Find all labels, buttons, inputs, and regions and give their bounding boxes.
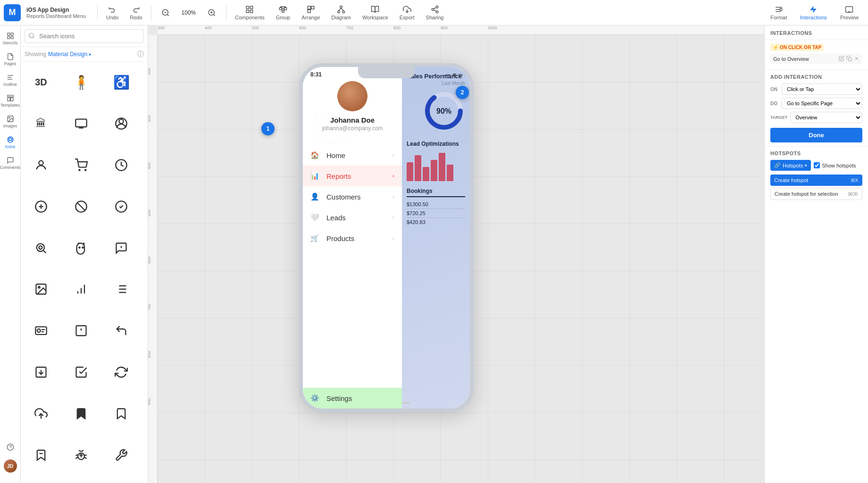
sidebar-item-comments[interactable]: Comments xyxy=(1,154,20,173)
icon-clock[interactable] xyxy=(105,149,138,182)
duplicate-action-icon[interactable] xyxy=(846,56,852,62)
svg-point-80 xyxy=(82,247,83,248)
canvas-content[interactable]: 1 8:31 ▪▪▪ ≋ ▭ xyxy=(158,35,764,483)
icon-alert[interactable] xyxy=(105,232,138,265)
create-hotspot-label: Create hotspot xyxy=(774,177,808,183)
trigger-select[interactable]: Click or Tap xyxy=(782,83,862,95)
battery-icon: ▭ xyxy=(458,72,462,77)
menu-item-home[interactable]: 🏠 Home › xyxy=(303,145,402,166)
action-row: Go to Overview xyxy=(770,54,862,64)
svg-point-75 xyxy=(39,246,42,249)
app-subtitle: Reports Dashboard Menu xyxy=(26,13,86,19)
icon-bookmark-empty[interactable] xyxy=(25,439,58,472)
arrange-button[interactable]: Arrange xyxy=(297,3,325,22)
format-tab[interactable]: Format xyxy=(765,3,793,22)
sidebar-item-icons[interactable]: Icons xyxy=(1,133,20,152)
material-design-filter[interactable]: Material Design xyxy=(48,51,91,58)
svg-rect-112 xyxy=(849,58,852,61)
create-hotspot-selection-btn[interactable]: Create hotspot for selection ⌘0K xyxy=(770,188,862,200)
avatar-button[interactable]: JD xyxy=(1,457,20,475)
svg-rect-11 xyxy=(279,8,282,10)
icon-wrench[interactable] xyxy=(105,439,138,472)
hotspot-2[interactable]: 2 xyxy=(456,86,469,99)
icon-screen[interactable] xyxy=(65,107,98,140)
zoom-plus-button[interactable] xyxy=(201,7,222,19)
action-select[interactable]: Go to Specific Page xyxy=(782,98,862,109)
create-hotspot-selection-shortcut: ⌘0K xyxy=(848,192,858,197)
delete-action-icon[interactable] xyxy=(854,56,860,62)
icon-android[interactable] xyxy=(65,232,98,265)
diagram-button[interactable]: Diagram xyxy=(326,3,356,22)
icon-upload-cloud[interactable] xyxy=(25,397,58,430)
target-select[interactable]: Overview xyxy=(790,112,862,123)
icon-check-box[interactable] xyxy=(65,356,98,389)
icon-search-circle[interactable] xyxy=(25,232,58,265)
icon-person-stand[interactable]: 🧍 xyxy=(65,66,98,99)
icon-download-box[interactable] xyxy=(25,356,58,389)
workspace-button[interactable]: Workspace xyxy=(358,3,393,22)
icon-bookmark-filled[interactable] xyxy=(65,397,98,430)
sidebar-item-stencils[interactable]: Stencils xyxy=(1,29,20,48)
menu-item-products[interactable]: 🛒 Products › xyxy=(303,228,402,249)
icon-list[interactable] xyxy=(105,273,138,306)
icon-bar-chart[interactable] xyxy=(65,273,98,306)
info-icon[interactable]: ⓘ xyxy=(137,50,144,58)
create-hotspot-btn[interactable]: Create hotspot ⌘K xyxy=(770,175,862,186)
icon-person-circle[interactable] xyxy=(105,107,138,140)
icon-no-circle[interactable] xyxy=(65,190,98,223)
hotspots-dropdown-btn[interactable]: 🔗 Hotspots ▾ xyxy=(770,160,811,171)
phone-notch xyxy=(358,67,415,78)
zoom-level[interactable]: 100% xyxy=(178,8,200,18)
app-logo[interactable]: M xyxy=(4,4,21,21)
group-button[interactable]: Group xyxy=(271,3,295,22)
svg-point-95 xyxy=(37,329,41,333)
preview-tab[interactable]: Preview xyxy=(835,3,864,22)
hotspot-1[interactable]: 1 xyxy=(261,122,275,135)
icon-exclamation-card[interactable] xyxy=(65,314,98,347)
menu-item-leads[interactable]: 🤍 Leads › xyxy=(303,207,402,228)
icon-bug[interactable] xyxy=(65,439,98,472)
components-button[interactable]: Components xyxy=(230,3,269,22)
edit-action-icon[interactable] xyxy=(839,56,844,62)
icon-person-circle2[interactable] xyxy=(25,149,58,182)
icon-bookmark-outline[interactable] xyxy=(105,397,138,430)
redo-button[interactable]: Redo xyxy=(125,3,147,22)
icon-refresh[interactable] xyxy=(105,356,138,389)
icon-reply[interactable] xyxy=(105,314,138,347)
reports-icon: 📊 xyxy=(310,172,321,180)
canvas-area[interactable]: 300 400 500 600 700 800 900 1000 200 300… xyxy=(148,25,764,483)
icon-id-card[interactable] xyxy=(25,314,58,347)
sidebar-item-images[interactable]: Images xyxy=(1,112,20,131)
sidebar-item-outline[interactable]: Outline xyxy=(1,71,20,90)
app-title-group: iOS App Design Reports Dashboard Menu xyxy=(26,7,86,19)
done-button[interactable]: Done xyxy=(770,128,862,142)
svg-rect-48 xyxy=(8,95,13,97)
dashboard-panel: Sales Performance Last Month 2 xyxy=(402,67,470,408)
svg-point-84 xyxy=(38,287,40,289)
menu-settings[interactable]: ⚙️ Settings xyxy=(303,388,402,408)
svg-point-30 xyxy=(432,8,434,10)
undo-button[interactable]: Undo xyxy=(101,3,123,22)
icon-check-circle[interactable] xyxy=(105,190,138,223)
export-button[interactable]: Export xyxy=(395,3,419,22)
icons-panel: Showing Material Design ⓘ 3D 🧍 ♿ 🏛 xyxy=(21,25,148,483)
search-input[interactable] xyxy=(25,29,144,43)
show-hotspots-checkbox[interactable] xyxy=(814,162,820,168)
help-button[interactable] xyxy=(1,438,20,457)
sidebar-item-pages[interactable]: Pages xyxy=(1,50,20,69)
on-row: ON Click or Tap xyxy=(770,83,862,95)
sharing-button[interactable]: Sharing xyxy=(421,3,449,22)
icon-3d[interactable]: 3D xyxy=(25,66,58,99)
interactions-tab[interactable]: Interactions xyxy=(794,3,833,22)
icon-cart[interactable] xyxy=(65,149,98,182)
menu-item-customers[interactable]: 👤 Customers › xyxy=(303,186,402,207)
svg-point-24 xyxy=(338,11,340,13)
icon-add-circle[interactable] xyxy=(25,190,58,223)
icon-person-accessible[interactable]: ♿ xyxy=(105,66,138,99)
icon-image-box[interactable] xyxy=(25,273,58,306)
zoom-minus-button[interactable] xyxy=(155,7,176,19)
menu-item-reports[interactable]: 📊 Reports ‹ xyxy=(303,166,402,186)
chevron-right-4-icon: › xyxy=(392,235,394,242)
icon-bank[interactable]: 🏛 xyxy=(25,107,58,140)
sidebar-item-templates[interactable]: Templates xyxy=(1,92,20,110)
